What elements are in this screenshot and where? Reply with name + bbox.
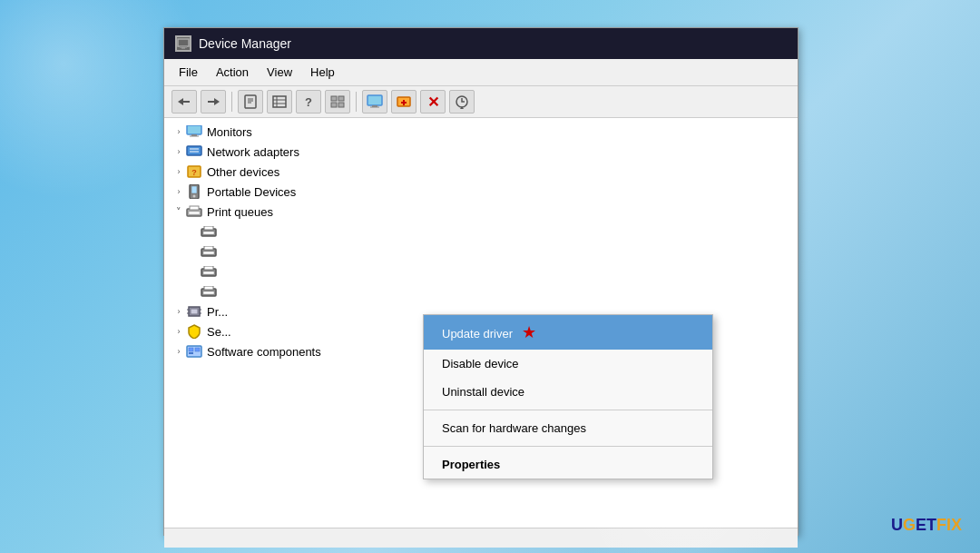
other-icon: ? — [186, 164, 202, 179]
tree-item-portable[interactable]: › Portable Devices — [164, 182, 798, 202]
back-button[interactable] — [172, 90, 197, 114]
watermark: U G ET FIX — [891, 516, 962, 535]
svg-rect-39 — [190, 206, 199, 210]
svg-rect-60 — [189, 348, 193, 351]
scan-button[interactable] — [449, 90, 475, 114]
svg-rect-27 — [187, 125, 201, 134]
grid-button[interactable] — [325, 90, 350, 114]
tree-item-printer-3[interactable] — [164, 262, 798, 281]
content-area: › Monitors › — [164, 118, 798, 548]
svg-rect-0 — [178, 39, 189, 46]
svg-rect-45 — [204, 246, 213, 250]
security-icon — [186, 324, 202, 339]
tree-label-processor: Pr... — [207, 305, 228, 319]
expand-software[interactable]: › — [172, 344, 186, 359]
toolbar-separator-2 — [356, 92, 357, 112]
tree-item-network[interactable]: › Network adapters — [164, 142, 798, 162]
toolbar-separator-1 — [231, 92, 232, 112]
ctx-separator-2 — [424, 446, 712, 447]
expand-security[interactable]: › — [172, 324, 186, 339]
properties-button[interactable] — [238, 90, 263, 114]
window-icon — [175, 35, 191, 52]
ctx-properties[interactable]: Properties — [424, 450, 712, 479]
svg-rect-61 — [195, 348, 200, 351]
ctx-disable-device[interactable]: Disable device — [424, 350, 712, 378]
svg-rect-7 — [245, 95, 256, 108]
expand-other[interactable]: › — [172, 164, 186, 179]
tree-label-other: Other devices — [207, 165, 279, 179]
svg-rect-42 — [204, 226, 213, 230]
tree-label-print: Print queues — [207, 205, 273, 219]
network-icon — [186, 144, 202, 159]
help-button[interactable]: ? — [296, 90, 321, 114]
svg-point-37 — [193, 195, 196, 198]
svg-rect-17 — [331, 103, 337, 107]
ctx-scan-hardware[interactable]: Scan for hardware changes — [424, 414, 712, 442]
svg-rect-40 — [189, 212, 200, 214]
tree-label-software: Software components — [207, 345, 321, 359]
window-title: Device Manager — [199, 36, 291, 51]
svg-rect-4 — [182, 101, 190, 103]
svg-rect-11 — [273, 96, 286, 107]
menu-help[interactable]: Help — [303, 63, 342, 82]
tree-item-printer-4[interactable] — [164, 281, 798, 301]
svg-rect-36 — [191, 186, 197, 193]
printer-sub-icon-2 — [201, 244, 217, 259]
tree-label-monitors: Monitors — [207, 125, 252, 139]
print-icon — [186, 204, 202, 219]
svg-text:?: ? — [191, 168, 197, 177]
tree-label-security: Se... — [207, 325, 231, 339]
title-bar: Device Manager — [164, 28, 798, 59]
svg-rect-18 — [338, 103, 344, 107]
svg-rect-54 — [191, 309, 198, 314]
expand-portable[interactable]: › — [172, 184, 186, 199]
ctx-separator-1 — [424, 410, 712, 410]
watermark-et: ET — [916, 516, 936, 535]
svg-rect-6 — [208, 101, 215, 103]
tree-item-print[interactable]: ˅ Print queues — [164, 202, 798, 222]
menu-action[interactable]: Action — [209, 63, 256, 82]
svg-rect-19 — [368, 95, 382, 105]
svg-rect-46 — [203, 252, 214, 254]
software-icon — [186, 344, 202, 359]
expand-print[interactable]: ˅ — [172, 204, 186, 219]
svg-rect-30 — [187, 146, 201, 155]
expand-network[interactable]: › — [172, 144, 186, 159]
menu-view[interactable]: View — [260, 63, 299, 82]
forward-button[interactable] — [201, 90, 226, 114]
ctx-update-driver[interactable]: Update driver ★ — [424, 315, 712, 350]
watermark-u: U — [891, 516, 903, 535]
tree-item-printer-1[interactable] — [164, 222, 798, 242]
expand-monitors[interactable]: › — [172, 124, 186, 139]
monitor-button[interactable] — [362, 90, 387, 114]
svg-rect-51 — [204, 286, 213, 290]
tree-label-network: Network adapters — [207, 145, 299, 159]
add-driver-button[interactable] — [391, 90, 416, 114]
status-bar — [164, 528, 798, 548]
list-button[interactable] — [267, 90, 292, 114]
svg-rect-16 — [338, 96, 344, 101]
tree-item-monitors[interactable]: › Monitors — [164, 122, 798, 142]
tree-label-portable: Portable Devices — [207, 185, 296, 199]
tree-item-other[interactable]: › ? Other devices — [164, 162, 798, 182]
printer-sub-icon-3 — [201, 264, 217, 279]
svg-rect-52 — [203, 291, 214, 294]
expand-processor[interactable]: › — [172, 304, 186, 319]
remove-button[interactable]: ✕ — [420, 90, 446, 114]
watermark-fix: FIX — [936, 516, 962, 535]
red-star-icon: ★ — [522, 323, 536, 341]
menu-file[interactable]: File — [172, 63, 205, 82]
portable-icon — [186, 184, 202, 199]
monitor-icon — [186, 124, 202, 139]
ctx-uninstall-device[interactable]: Uninstall device — [424, 378, 712, 406]
tree-item-printer-2[interactable] — [164, 242, 798, 262]
svg-rect-49 — [203, 272, 214, 274]
context-menu: Update driver ★ Disable device Uninstall… — [423, 314, 713, 479]
svg-rect-15 — [331, 96, 337, 101]
svg-rect-48 — [204, 266, 213, 270]
svg-rect-62 — [189, 352, 193, 354]
device-manager-window: Device Manager File Action View Help — [163, 27, 799, 536]
menu-bar: File Action View Help — [164, 59, 798, 86]
svg-rect-43 — [203, 232, 214, 234]
watermark-g: G — [903, 516, 916, 535]
